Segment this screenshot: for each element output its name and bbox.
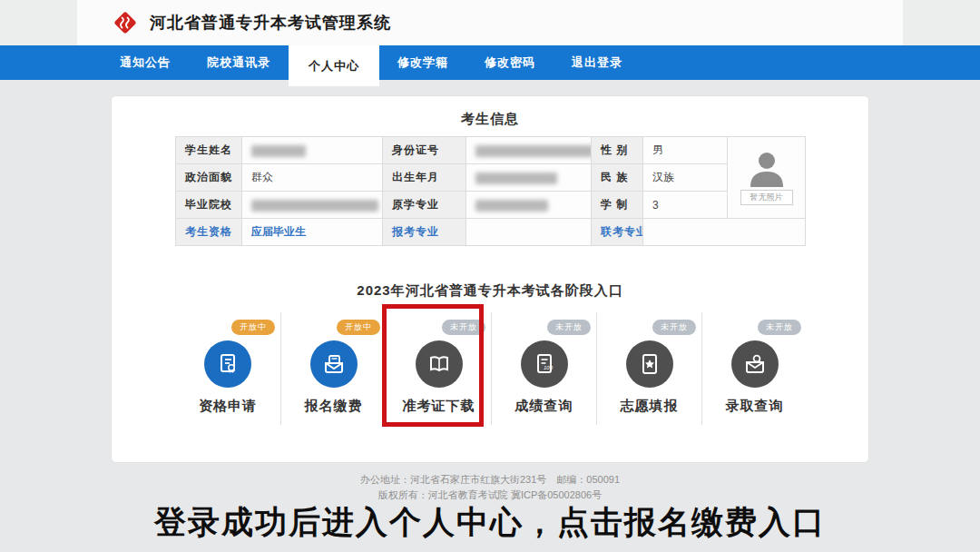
value-years: 3	[643, 192, 728, 219]
portal-label: 录取查询	[726, 398, 784, 415]
label-qualification: 考生资格	[176, 219, 242, 246]
status-badge: 开放中	[337, 320, 380, 335]
table-row: 毕业院校 原学专业 学 制 3	[176, 192, 806, 219]
portal-admission-ticket-download[interactable]: 未开放 准考证下载	[386, 312, 491, 425]
main-nav: 通知公告 院校通讯录 个人中心 修改学籍 修改密码 退出登录	[0, 45, 980, 80]
redacted-value	[251, 200, 378, 212]
nav-item-modify-status[interactable]: 修改学籍	[379, 45, 466, 80]
nav-item-notices[interactable]: 通知公告	[102, 45, 189, 80]
redacted-value	[251, 145, 306, 157]
redacted-value	[475, 200, 548, 212]
redacted-value	[475, 172, 557, 184]
nav-item-change-password[interactable]: 修改密码	[466, 45, 554, 80]
label-gender: 性 别	[592, 137, 643, 164]
label-birth: 出生年月	[383, 164, 466, 192]
site-logo-emblem-icon	[112, 9, 139, 36]
value-school	[242, 192, 383, 219]
portal-admission-query[interactable]: 未开放 录取查询	[701, 312, 807, 425]
portal-score-query[interactable]: 未开放 100 成绩查询	[491, 312, 596, 425]
footer-address: 办公地址：河北省石家庄市红旗大街231号 邮编：050091	[0, 472, 980, 488]
page-footer: 办公地址：河北省石家庄市红旗大街231号 邮编：050091 版权所有：河北省教…	[0, 472, 980, 503]
person-silhouette-icon	[746, 151, 788, 187]
video-caption: 登录成功后进入个人中心，点击报名缴费入口	[0, 501, 980, 544]
nav-item-college-directory[interactable]: 院校通讯录	[189, 45, 289, 80]
portal-label: 成绩查询	[515, 398, 573, 415]
portal-label: 资格申请	[199, 398, 257, 415]
value-id-number	[466, 137, 592, 164]
portal-label: 志愿填报	[621, 398, 679, 415]
no-photo-placeholder: 暂无照片	[740, 190, 793, 205]
portal-qualification-apply[interactable]: 开放中 资格申请	[175, 312, 280, 425]
label-school: 毕业院校	[176, 192, 242, 219]
header-inner: 河北省普通专升本考试管理系统	[77, 0, 903, 45]
site-title: 河北省普通专升本考试管理系统	[150, 12, 391, 34]
candidate-info-table: 学生姓名 身份证号 性 别 男 暂无照片 政治面貌 群众 出生年月 民 族	[175, 136, 806, 246]
portal-registration-payment[interactable]: 开放中 报名缴费	[280, 312, 386, 425]
svg-text:100: 100	[544, 365, 554, 370]
value-birth	[466, 164, 592, 192]
label-joint-major: 联考专业	[592, 219, 643, 246]
value-student-name	[242, 137, 383, 164]
label-political: 政治面貌	[176, 164, 242, 192]
value-gender: 男	[643, 137, 728, 164]
certificate-doc-icon	[204, 340, 251, 388]
payment-envelope-icon	[310, 340, 358, 388]
label-years: 学 制	[592, 192, 643, 219]
value-joint-major	[643, 219, 806, 246]
status-badge: 未开放	[758, 320, 801, 335]
value-apply-major	[466, 219, 592, 246]
label-orig-major: 原学专业	[383, 192, 466, 219]
header-bar: 河北省普通专升本考试管理系统	[0, 0, 980, 45]
star-doc-icon	[626, 340, 673, 388]
label-student-name: 学生姓名	[176, 137, 242, 164]
value-qualification[interactable]: 应届毕业生	[242, 219, 383, 246]
value-ethnic: 汉族	[643, 164, 728, 192]
score-doc-icon: 100	[521, 340, 568, 388]
redacted-value	[475, 145, 592, 157]
portal-label: 准考证下载	[403, 398, 475, 415]
label-ethnic: 民 族	[592, 164, 643, 192]
portal-label: 报名缴费	[305, 398, 363, 415]
portal-volunteer-application[interactable]: 未开放 志愿填报	[596, 312, 701, 425]
status-badge: 未开放	[442, 320, 485, 335]
status-badge: 开放中	[231, 320, 275, 335]
candidate-card: 考生信息 学生姓名 身份证号 性 别 男 暂无照片	[111, 95, 869, 463]
label-apply-major: 报考专业	[383, 219, 466, 246]
portals-row: 开放中 资格申请 开放中	[175, 312, 807, 425]
portals-section-title: 2023年河北省普通专升本考试各阶段入口	[112, 282, 868, 300]
nav-item-personal-center[interactable]: 个人中心	[289, 45, 379, 86]
nav-item-logout[interactable]: 退出登录	[554, 45, 641, 80]
value-orig-major	[466, 192, 592, 219]
photo-cell: 暂无照片	[728, 137, 806, 219]
mail-search-icon	[731, 340, 779, 388]
status-badge: 未开放	[547, 320, 591, 335]
candidate-info-title: 考生信息	[112, 111, 868, 128]
status-badge: 未开放	[652, 320, 696, 335]
label-id-number: 身份证号	[383, 137, 466, 164]
table-row: 政治面貌 群众 出生年月 民 族 汉族	[176, 164, 806, 192]
table-row: 学生姓名 身份证号 性 别 男 暂无照片	[176, 137, 806, 164]
value-political: 群众	[242, 164, 383, 192]
table-row: 考生资格 应届毕业生 报考专业 联考专业	[176, 219, 806, 246]
open-book-icon	[416, 340, 463, 388]
